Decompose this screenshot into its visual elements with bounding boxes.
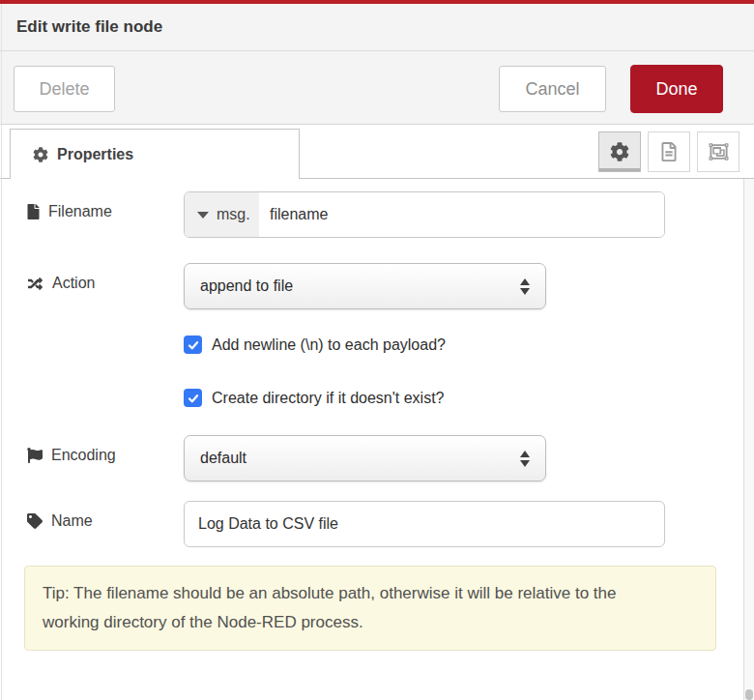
filename-input[interactable] — [259, 192, 664, 237]
gear-icon — [33, 147, 48, 162]
mkdir-checkbox-row[interactable]: Create directory if it doesn't exist? — [184, 389, 445, 407]
scrollbar-thumb[interactable] — [745, 689, 753, 700]
newline-checkbox-label: Add newline (\n) to each payload? — [212, 336, 446, 354]
encoding-selected-value: default — [200, 450, 520, 467]
name-label: Name — [27, 512, 93, 530]
encoding-label: Encoding — [27, 447, 116, 464]
gear-icon — [610, 142, 629, 161]
newline-checkbox-row[interactable]: Add newline (\n) to each payload? — [184, 335, 446, 354]
file-icon — [27, 204, 40, 219]
select-stepper-icon — [520, 451, 530, 467]
edit-write-file-node-dialog: Edit write file node Delete Cancel Done … — [0, 0, 754, 700]
name-input[interactable] — [184, 501, 665, 547]
properties-tab-button[interactable] — [598, 131, 641, 172]
cancel-button[interactable]: Cancel — [499, 66, 606, 112]
action-label: Action — [27, 275, 95, 292]
tab-properties-label: Properties — [57, 146, 133, 163]
delete-button[interactable]: Delete — [14, 66, 115, 112]
tag-icon — [27, 513, 43, 529]
description-tab-button[interactable] — [648, 131, 690, 172]
dialog-header: Edit write file node — [0, 4, 754, 51]
filename-label: Filename — [27, 203, 112, 220]
dialog-title: Edit write file node — [16, 17, 162, 37]
action-select[interactable]: append to file — [184, 263, 546, 309]
filename-typed-input: msg. — [184, 191, 665, 238]
filename-type-label: msg. — [217, 206, 250, 223]
done-button[interactable]: Done — [630, 65, 723, 113]
appearance-tab-button[interactable] — [697, 131, 740, 172]
tab-properties[interactable]: Properties — [10, 129, 300, 179]
action-selected-value: append to file — [200, 277, 520, 295]
checked-checkbox-icon[interactable] — [184, 389, 202, 407]
dialog-button-bar: Delete Cancel Done — [0, 51, 754, 125]
document-icon — [660, 142, 678, 161]
properties-form: Filename msg. Action append to file Add — [0, 179, 754, 700]
mkdir-checkbox-label: Create directory if it doesn't exist? — [212, 390, 445, 407]
flag-icon — [27, 448, 43, 463]
form-tip: Tip: The filename should be an absolute … — [24, 566, 716, 651]
dialog-left-edge — [1, 4, 2, 700]
shuffle-icon — [27, 277, 44, 291]
form-tip-text: Tip: The filename should be an absolute … — [43, 579, 666, 637]
filename-type-select[interactable]: msg. — [185, 192, 259, 237]
vertical-scrollbar[interactable] — [743, 179, 754, 700]
editor-tab-bar: Properties — [0, 125, 754, 179]
select-stepper-icon — [520, 278, 530, 295]
encoding-select[interactable]: default — [184, 435, 546, 481]
object-group-icon — [709, 142, 729, 161]
caret-down-icon — [197, 212, 209, 219]
checked-checkbox-icon[interactable] — [184, 335, 202, 354]
